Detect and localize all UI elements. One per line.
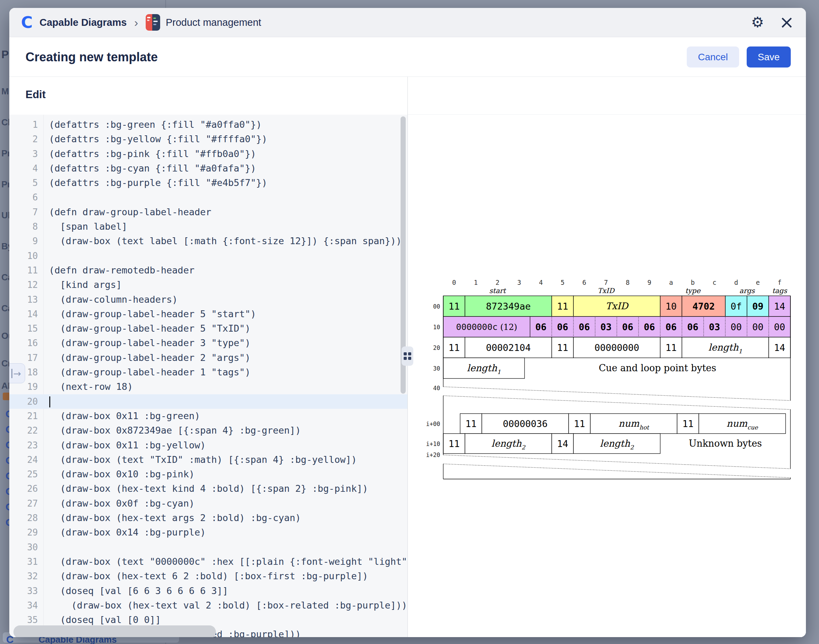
line-number: 30 — [9, 540, 43, 555]
line-number: 21 — [9, 409, 43, 423]
line-number: 25 — [9, 467, 43, 481]
code-line: 11(defn draw-remotedb-header — [9, 263, 408, 278]
line-number: 20 — [9, 394, 43, 409]
svg-text:872349ae: 872349ae — [486, 301, 531, 312]
code-line: 21 (draw-box 0x11 :bg-green) — [9, 409, 408, 423]
svg-text:06: 06 — [644, 322, 655, 332]
line-number: 22 — [9, 423, 43, 438]
code-text: (defn draw-remotedb-header — [43, 263, 195, 278]
preview-pane: 0123456789abcdefstartTxIDtypeargstags118… — [408, 115, 806, 637]
line-number: 31 — [9, 555, 43, 569]
svg-text:03: 03 — [709, 322, 720, 332]
svg-text:10: 10 — [433, 324, 440, 331]
svg-text:8: 8 — [626, 279, 630, 286]
svg-text:2: 2 — [495, 279, 499, 286]
bytefield-diagram: 0123456789abcdefstartTxIDtypeargstags118… — [424, 279, 793, 483]
line-number: 3 — [9, 147, 43, 161]
code-text: [span label] — [43, 219, 127, 234]
code-line: 8 [span label] — [9, 219, 408, 234]
code-line: 32 (draw-box (hex-text 6 2 :bold) [:box-… — [9, 569, 408, 583]
code-text: (draw-box 0x11 :bg-yellow) — [43, 438, 206, 452]
code-text: (defattrs :bg-pink {:fill "#ffb0a0"}) — [43, 147, 256, 161]
svg-text:11: 11 — [682, 419, 694, 429]
code-line: 13 (draw-column-headers) — [9, 292, 408, 307]
line-number: 4 — [9, 161, 43, 176]
svg-text:start: start — [489, 287, 507, 295]
code-text: (draw-box (text "0000000c" :hex [[:plain… — [43, 555, 408, 569]
close-icon[interactable]: × — [779, 15, 794, 30]
svg-text:tags: tags — [772, 287, 788, 295]
code-line: 17 (draw-group-label-header 2 "args") — [9, 351, 408, 365]
svg-text:30: 30 — [433, 365, 440, 372]
svg-text:06: 06 — [557, 322, 568, 332]
svg-text:14: 14 — [774, 301, 785, 312]
settings-gear-icon[interactable]: ⚙ — [751, 15, 764, 30]
svg-text:14: 14 — [774, 342, 785, 353]
code-line: 28 (draw-box (hex-text args 2 :bold) :bg… — [9, 511, 408, 525]
svg-text:11: 11 — [666, 342, 677, 353]
code-line: 3(defattrs :bg-pink {:fill "#ffb0a0"}) — [9, 147, 408, 161]
line-number: 1 — [9, 117, 43, 132]
svg-text:06: 06 — [666, 322, 677, 332]
svg-text:0000000c (12): 0000000c (12) — [456, 322, 517, 332]
line-number: 15 — [9, 321, 43, 336]
svg-text:06: 06 — [578, 322, 590, 332]
save-button[interactable]: Save — [747, 46, 791, 67]
code-text: (draw-box (hex-text args 2 :bold) :bg-cy… — [43, 511, 301, 525]
cancel-button[interactable]: Cancel — [687, 46, 739, 67]
code-line: 23 (draw-box 0x11 :bg-yellow) — [9, 438, 408, 452]
code-editor[interactable]: 1(defattrs :bg-green {:fill "#a0ffa0"})2… — [9, 115, 408, 637]
svg-text:Cue and loop point bytes: Cue and loop point bytes — [598, 363, 716, 373]
code-line: 1(defattrs :bg-green {:fill "#a0ffa0"}) — [9, 117, 408, 132]
splitter-drag-handle[interactable] — [402, 347, 413, 366]
svg-text:a: a — [669, 279, 673, 286]
code-line: 18 (draw-group-label-header 1 "tags") — [9, 365, 408, 380]
svg-text:20: 20 — [433, 344, 440, 351]
line-number: 13 — [9, 292, 43, 307]
code-text: (draw-box 0x872349ae [{:span 4} :bg-gree… — [43, 423, 301, 438]
code-text — [43, 394, 50, 409]
line-number: 7 — [9, 205, 43, 219]
svg-text:i+20: i+20 — [426, 451, 440, 458]
line-number: 26 — [9, 481, 43, 496]
code-text: (draw-column-headers) — [43, 292, 178, 307]
code-text: (next-row 18) — [43, 380, 133, 394]
svg-text:00002104: 00002104 — [486, 342, 531, 353]
editor-horizontal-scrollbar[interactable] — [14, 626, 216, 637]
svg-text:10: 10 — [666, 301, 677, 312]
code-line: 5(defattrs :bg-purple {:fill "#e4b5f7"}) — [9, 176, 408, 190]
code-text: (draw-group-label-header 5 "start") — [43, 307, 256, 321]
svg-text:11: 11 — [557, 301, 568, 312]
modal-header: C Capable Diagrams › Product management … — [9, 8, 806, 37]
code-line: 10 — [9, 248, 408, 263]
code-line: 26 (draw-box (hex-text kind 4 :bold) [{:… — [9, 481, 408, 496]
code-lines: 1(defattrs :bg-green {:fill "#a0ffa0"})2… — [9, 117, 408, 637]
svg-text:i+10: i+10 — [426, 440, 440, 447]
svg-text:40: 40 — [433, 385, 440, 392]
svg-text:4702: 4702 — [692, 301, 715, 312]
svg-text:06: 06 — [687, 322, 698, 332]
svg-text:i+00: i+00 — [426, 420, 440, 427]
line-number: 6 — [9, 190, 43, 205]
indent-guide-button[interactable]: → — [9, 363, 25, 383]
background-sidebar-fragment: M — [2, 86, 9, 97]
code-line: 29 (draw-box 0x14 :bg-purple) — [9, 525, 408, 540]
line-number: 10 — [9, 248, 43, 263]
svg-text:00: 00 — [774, 322, 785, 332]
code-line: 6 — [9, 190, 408, 205]
svg-text:06: 06 — [622, 322, 633, 332]
svg-text:4: 4 — [539, 279, 543, 286]
code-line: 15 (draw-group-label-header 5 "TxID") — [9, 321, 408, 336]
code-text: (draw-group-label-header 3 "type") — [43, 336, 250, 350]
svg-text:11: 11 — [448, 439, 460, 449]
svg-text:Unknown bytes: Unknown bytes — [689, 438, 762, 449]
svg-text:00: 00 — [752, 322, 764, 332]
svg-text:0f: 0f — [730, 301, 742, 312]
code-line: 25 (draw-box 0x10 :bg-pink) — [9, 467, 408, 481]
code-text: (draw-box 0x10 :bg-pink) — [43, 467, 195, 481]
code-text: (doseq [val [6 6 3 6 6 6 6 3]] — [43, 584, 228, 598]
bar-arrow-right-icon: → — [11, 369, 21, 378]
breadcrumb-page[interactable]: Product management — [166, 17, 261, 28]
svg-text:f: f — [778, 279, 781, 286]
breadcrumb-app[interactable]: Capable Diagrams — [40, 17, 127, 28]
